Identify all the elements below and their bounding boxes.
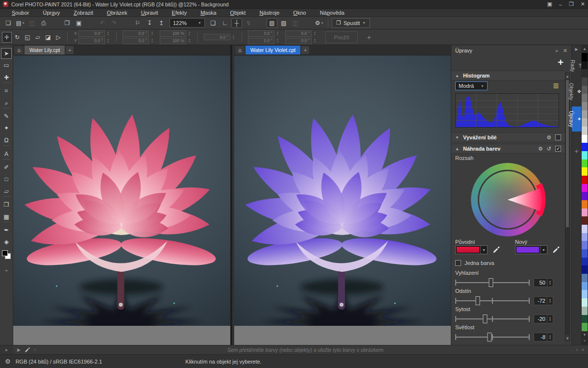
scroll-down-icon[interactable]: ▼ [565, 335, 569, 341]
color-wheel[interactable] [471, 163, 544, 237]
text-tool[interactable]: A [1, 148, 12, 159]
histogram-options-icon[interactable]: ▥ [553, 82, 559, 89]
palette-color[interactable] [582, 192, 588, 200]
original-color-picker[interactable]: ▼ [455, 245, 488, 254]
distort-tool-icon[interactable]: ◪ [43, 32, 53, 43]
menu-item-nstroje[interactable]: Nástroje [252, 9, 286, 17]
restore-button[interactable]: ❐ [569, 1, 574, 7]
crop-tool[interactable]: ⌗ [1, 85, 12, 96]
rulers-icon[interactable]: ∟ [220, 18, 230, 28]
tab-upravy[interactable]: ✶ Úpravy [572, 106, 582, 131]
palette-color[interactable] [582, 127, 588, 135]
palette-color[interactable] [582, 167, 588, 176]
options-gear-icon[interactable]: ⚙ [314, 18, 324, 28]
minimize-button[interactable]: – [559, 1, 562, 7]
collapse-icon[interactable]: ▲ [455, 147, 460, 151]
palette-color[interactable] [582, 78, 588, 86]
palette-color[interactable] [582, 307, 588, 315]
tab-rady[interactable]: ? Rady [572, 55, 582, 77]
palette-color[interactable] [582, 184, 588, 192]
rotate-tool-icon[interactable]: ↻ [12, 32, 22, 43]
palette-color[interactable] [582, 176, 588, 184]
palette-color[interactable] [582, 216, 588, 225]
fill-tool[interactable]: ◈ [1, 237, 12, 247]
pan-icon[interactable]: ⚐ [132, 18, 143, 28]
palette-color[interactable] [582, 102, 588, 110]
slider-handle[interactable] [489, 278, 493, 287]
slider-handle[interactable] [487, 333, 491, 342]
palette-color[interactable] [582, 298, 588, 307]
palette-color[interactable] [582, 209, 588, 217]
separator[interactable] [50, 18, 61, 28]
palette-color[interactable] [582, 282, 588, 290]
new-tab-button[interactable]: + [301, 46, 309, 54]
effect-tool[interactable]: ✦ [1, 123, 12, 133]
mask-outline-icon[interactable]: ▨ [278, 18, 289, 28]
separator[interactable] [302, 18, 313, 28]
menu-item-efekty[interactable]: Efekty [165, 9, 194, 17]
scale-tool-icon[interactable]: ◱ [23, 32, 32, 43]
export-icon[interactable]: ↥ [156, 18, 167, 28]
palette-color[interactable] [582, 69, 588, 78]
apply-button[interactable]: Použít [325, 31, 358, 43]
slider-value-box[interactable]: 50 ▲▼ [534, 278, 553, 287]
palette-color[interactable] [582, 143, 588, 151]
menu-item-okno[interactable]: Okno [286, 9, 313, 17]
open-icon[interactable]: ▤ [15, 18, 25, 28]
home-icon[interactable]: ⌂ [14, 46, 24, 54]
new-color-picker[interactable]: ▼ [515, 245, 547, 254]
menu-item-obrzek[interactable]: Obrázek [100, 9, 134, 17]
menu-item-pravy[interactable]: Úpravy [36, 9, 67, 17]
position-tool-icon[interactable]: ✛ [2, 32, 12, 43]
palette-color[interactable] [582, 53, 588, 61]
eyedropper-icon[interactable] [492, 246, 500, 254]
palette-color[interactable] [582, 159, 588, 168]
menu-item-npovda[interactable]: Nápověda [313, 9, 351, 17]
color-replace-section-header[interactable]: ▲ Náhrada barev ⚙ ↺ ✓ [451, 144, 565, 154]
close-button[interactable]: ✕ [581, 1, 585, 7]
eyedropper-icon[interactable] [552, 246, 560, 254]
collapse-icon[interactable]: ▼ [455, 135, 460, 140]
palette-expand-icon[interactable]: » [582, 338, 588, 344]
object-pick-tool[interactable]: ❐ [1, 199, 12, 210]
spinner-buttons[interactable]: ▲▼ [547, 315, 553, 323]
palette-color[interactable] [582, 233, 588, 241]
palette-color[interactable] [582, 118, 588, 127]
document-tab-active[interactable]: Water Lily Violet.cpt [245, 46, 300, 54]
guidelines-icon[interactable]: ┼ [231, 18, 242, 28]
close-panel-icon[interactable]: ✕ [563, 48, 567, 54]
slider-value-box[interactable]: -20 ▲▼ [534, 315, 553, 323]
gear-icon[interactable]: ⚙ [546, 134, 551, 141]
slider-handle[interactable] [483, 315, 487, 323]
separator[interactable] [85, 18, 96, 28]
launch-button[interactable]: ❐ Spustit ▼ [332, 18, 370, 28]
histogram-section-header[interactable]: ▲ Histogram [451, 71, 565, 80]
palette-color[interactable] [582, 249, 588, 258]
new-document-icon[interactable]: ❏ [3, 18, 14, 28]
white-balance-checkbox[interactable] [555, 134, 561, 140]
menu-item-maska[interactable]: Maska [194, 9, 223, 17]
zoom-level-select[interactable]: 122%▼ [170, 18, 205, 27]
new-tab-button[interactable]: + [66, 46, 74, 54]
scroll-up-icon[interactable]: ▲ [565, 73, 569, 79]
histogram-channel-select[interactable]: Modrá ▼ [455, 81, 488, 90]
menu-item-zobrazit[interactable]: Zobrazit [67, 9, 100, 17]
palette-color[interactable] [582, 258, 588, 266]
foreground-background-colors[interactable] [2, 250, 11, 259]
spinner-buttons[interactable]: ▲▼ [547, 279, 553, 287]
palette-color[interactable] [582, 61, 588, 70]
slider-handle[interactable] [475, 296, 480, 305]
palette-color[interactable] [582, 151, 588, 159]
home-icon[interactable]: ⌂ [235, 46, 245, 54]
spinner-buttons[interactable]: ▲▼ [547, 297, 553, 305]
palette-color[interactable] [582, 265, 588, 274]
menu-item-objekt[interactable]: Objekt [223, 9, 253, 17]
save-icon[interactable]: ◫ [26, 18, 37, 28]
mask-marquee-icon[interactable]: ▧ [267, 18, 277, 28]
palette-color[interactable] [582, 86, 588, 94]
eyedropper-icon[interactable] [24, 347, 30, 353]
single-color-checkbox[interactable] [455, 260, 461, 266]
add-toolbar-item-button[interactable]: + [367, 33, 371, 41]
white-balance-section-header[interactable]: ▼ Vyvážení bílé ⚙ [451, 132, 565, 142]
document-canvas-left[interactable] [13, 55, 230, 326]
